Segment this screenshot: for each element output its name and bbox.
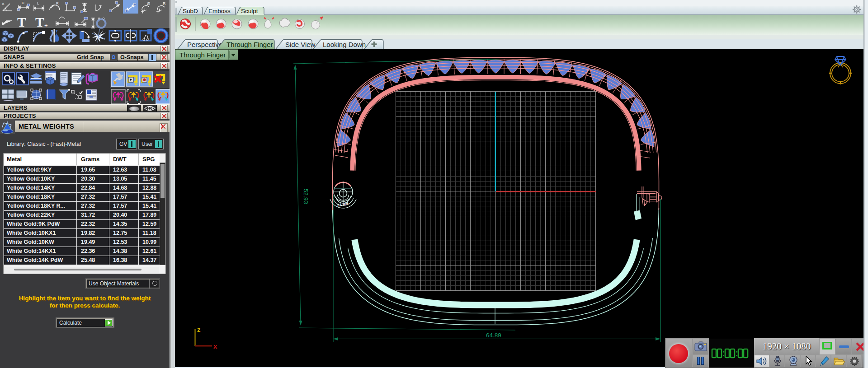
- svg-text:Sculpt: Sculpt: [241, 8, 258, 14]
- svg-text:Ø: Ø: [147, 1, 150, 6]
- svg-text:64.89: 64.89: [486, 332, 501, 339]
- svg-text:D: D: [22, 1, 24, 5]
- svg-text:R: R: [163, 1, 166, 6]
- svg-text:2.1 MM: 2.1 MM: [337, 201, 349, 207]
- svg-text:L: L: [37, 1, 39, 5]
- svg-text:+: +: [44, 22, 48, 29]
- svg-text:T: T: [35, 14, 44, 29]
- svg-text:52.93: 52.93: [302, 189, 309, 204]
- svg-text:Perspective: Perspective: [187, 41, 222, 48]
- svg-text:A: A: [2, 2, 5, 6]
- svg-text:T: T: [17, 14, 26, 29]
- svg-text:Side View: Side View: [285, 41, 316, 48]
- svg-text:x: x: [213, 342, 217, 350]
- svg-text:SubD: SubD: [183, 8, 198, 14]
- svg-text:Looking Down: Looking Down: [323, 41, 366, 48]
- svg-text:Through Finger: Through Finger: [226, 41, 273, 48]
- svg-text:Emboss: Emboss: [208, 8, 231, 14]
- svg-text:R: R: [56, 1, 59, 5]
- svg-text:z: z: [197, 326, 201, 333]
